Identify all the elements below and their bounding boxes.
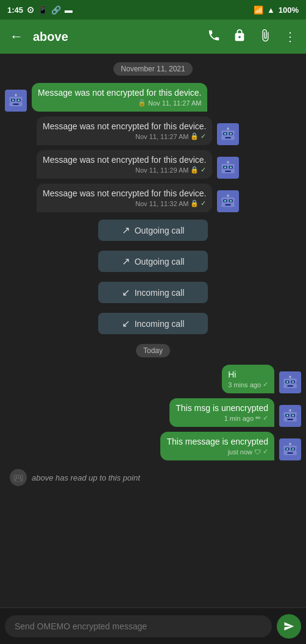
svg-point-27 [227, 161, 229, 163]
svg-point-54 [292, 415, 294, 417]
call-row-1: ↗ Outgoing call [5, 218, 301, 242]
today-time-1: 3 mins ago [228, 381, 261, 388]
contact-avatar-today-1 [279, 371, 301, 393]
outgoing-call-label-1: Outgoing call [135, 226, 185, 235]
time-display: 1:45 [7, 5, 23, 15]
today-text-1: Hi [228, 370, 268, 379]
call-row-4: ↙ Incoming call [5, 312, 301, 335]
today-meta-2: 1 min ago ✏ ✓ [176, 414, 268, 422]
svg-point-67 [289, 443, 291, 445]
message-input[interactable] [5, 615, 272, 637]
today-check-3: ✓ [263, 448, 268, 456]
send-button[interactable] [277, 614, 301, 639]
today-time-3: just now [228, 448, 252, 456]
svg-point-4 [18, 99, 20, 101]
card-icon: ▬ [65, 5, 73, 15]
app-bar-title: above [33, 30, 202, 44]
date-divider-november: November 11, 2021 [5, 62, 301, 76]
svg-rect-45 [287, 385, 293, 387]
call-row-3: ↙ Incoming call [5, 281, 301, 304]
message-bubble-received-3: Message was not encrypted for this devic… [37, 184, 212, 212]
back-button[interactable]: ← [5, 24, 28, 49]
outgoing-call-2[interactable]: ↗ Outgoing call [98, 251, 208, 272]
today-bubble-2: This msg is unencrypted 1 min ago ✏ ✓ [169, 398, 274, 427]
svg-rect-19 [235, 133, 237, 137]
svg-rect-38 [220, 200, 222, 204]
status-bar: 1:45 ⊙ 📱 🔗 ▬ 📶 ▲ 100% [0, 0, 306, 20]
svg-rect-39 [235, 200, 237, 204]
received-meta-1: Nov 11, 11:27 AM 🔒 ✓ [43, 132, 206, 140]
received-time-3: Nov 11, 11:32 AM [135, 200, 188, 207]
read-receipt-text: above has read up to this point [32, 473, 140, 482]
svg-rect-18 [220, 133, 222, 137]
sent-message-row-1: Message was not encrypted for this devic… [5, 83, 301, 112]
svg-rect-68 [282, 448, 284, 452]
svg-point-24 [230, 166, 232, 168]
incoming-call-1[interactable]: ↙ Incoming call [98, 282, 208, 303]
received-time-2: Nov 11, 11:29 AM [135, 166, 188, 174]
today-message-row-2: This msg is unencrypted 1 min ago ✏ ✓ [5, 398, 301, 427]
svg-point-7 [15, 94, 16, 96]
today-bubble-1: Hi 3 mins ago ✓ [222, 365, 274, 393]
incoming-call-label-2: Incoming call [135, 319, 185, 329]
svg-rect-69 [296, 448, 298, 452]
today-text-3: This message is encrypted [166, 437, 268, 446]
wifi-icon: ▲ [267, 5, 275, 15]
contact-avatar-r2 [217, 157, 239, 179]
svg-point-44 [292, 381, 294, 383]
svg-rect-58 [282, 415, 284, 418]
date-divider-today: Today [5, 344, 301, 357]
check-icon-r1: ✓ [201, 132, 206, 140]
received-meta-2: Nov 11, 11:29 AM 🔒 ✓ [43, 166, 206, 174]
phone-button[interactable] [202, 24, 226, 50]
svg-rect-49 [296, 381, 298, 385]
lock-icon-r2: 🔒 [190, 166, 199, 174]
status-bar-right: 📶 ▲ 100% [254, 5, 299, 15]
svg-point-37 [227, 195, 229, 196]
today-bubble-3: This message is encrypted just now 🛡 ✓ [160, 432, 274, 460]
outgoing-arrow-icon-2: ↗ [122, 256, 130, 267]
svg-rect-29 [235, 166, 237, 170]
svg-point-14 [230, 133, 232, 135]
outgoing-call-label-2: Outgoing call [135, 257, 185, 267]
svg-point-33 [224, 200, 226, 202]
svg-rect-25 [226, 171, 231, 172]
svg-rect-75 [16, 479, 21, 481]
svg-point-53 [286, 415, 288, 417]
menu-button[interactable]: ⋮ [279, 24, 301, 49]
lock-button[interactable] [228, 24, 251, 50]
svg-point-13 [224, 133, 226, 135]
today-text-2: This msg is unencrypted [176, 403, 268, 413]
attach-button[interactable] [254, 24, 277, 50]
check-icon-r3: ✓ [201, 199, 206, 207]
message-meta-1: 🔒 Nov 11, 11:27 AM [38, 99, 201, 107]
svg-point-23 [224, 166, 226, 168]
svg-point-73 [16, 476, 17, 478]
svg-rect-9 [22, 99, 24, 103]
svg-rect-5 [13, 104, 18, 105]
today-meta-1: 3 mins ago ✓ [228, 381, 268, 388]
received-meta-3: Nov 11, 11:32 AM 🔒 ✓ [43, 199, 206, 207]
incoming-call-2[interactable]: ↙ Incoming call [98, 313, 208, 334]
status-bar-left: 1:45 ⊙ 📱 🔗 ▬ [7, 5, 73, 15]
received-time-1: Nov 11, 11:27 AM [135, 133, 188, 140]
contact-avatar-1 [5, 90, 27, 112]
today-meta-3: just now 🛡 ✓ [166, 448, 268, 456]
message-bubble-received-2: Message was not encrypted for this devic… [37, 150, 212, 179]
received-message-row-2: Message was not encrypted for this devic… [5, 150, 301, 179]
pencil-icon: ✏ [255, 414, 261, 422]
phone-status-icon: 📱 [38, 5, 48, 15]
message-text-1: Message was not encrypted for this devic… [38, 88, 201, 98]
svg-rect-55 [287, 419, 293, 420]
today-message-row-3: This message is encrypted just now 🛡 ✓ [5, 432, 301, 460]
today-check-1: ✓ [263, 381, 268, 388]
svg-point-64 [292, 448, 294, 450]
svg-point-3 [12, 99, 14, 101]
today-message-row-1: Hi 3 mins ago ✓ [5, 365, 301, 393]
app-bar: ← above ⋮ [0, 20, 306, 54]
app-bar-actions: ⋮ [202, 24, 301, 50]
outgoing-call-1[interactable]: ↗ Outgoing call [98, 220, 208, 241]
check-icon-r2: ✓ [201, 166, 206, 174]
message-bubble-sent-1: Message was not encrypted for this devic… [32, 83, 207, 112]
svg-rect-65 [287, 453, 293, 454]
